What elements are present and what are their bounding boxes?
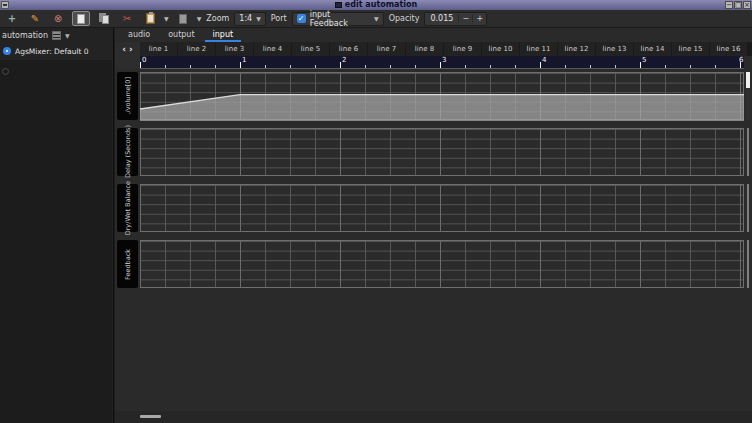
sidebar-empty-area (0, 60, 112, 423)
copy-icon (102, 15, 109, 24)
ruler-number-3: 3 (442, 56, 446, 64)
pencil-icon: ✎ (31, 14, 39, 24)
automation-lane-delay: Delay (Seconds) (117, 128, 750, 176)
scrollbar-thumb[interactable] (747, 128, 749, 176)
tab-output[interactable]: output (160, 28, 202, 42)
line-tab-16[interactable]: line 16 (710, 42, 747, 56)
window-title: edit automation (345, 0, 417, 10)
line-tab-1[interactable]: line 1 (140, 42, 177, 56)
scrollbar-thumb[interactable] (747, 184, 749, 232)
port-value: input Feedback (310, 10, 370, 28)
lane-label-box: Feedback (117, 240, 138, 288)
machine-label: AgsMixer: Default 0 (15, 47, 89, 56)
sidebar: automation ▼ AgsMixer: Default 0 (0, 28, 114, 423)
minimize-button[interactable]: − (725, 1, 733, 9)
lane-label-box: Delay (Seconds) (117, 128, 138, 176)
line-tab-bar: ‹ › line 1 line 2 line 3 line 4 line 5 l… (115, 42, 752, 56)
edit-tool-button[interactable]: ✎ (26, 11, 44, 26)
maximize-button[interactable]: □ (734, 1, 742, 9)
opacity-increment-button[interactable]: + (472, 14, 486, 23)
ruler-number-1: 1 (242, 56, 246, 64)
chevron-down-icon: ▼ (256, 15, 261, 22)
lane-vscrollbar[interactable] (746, 72, 750, 120)
select-tool-button[interactable] (72, 11, 90, 26)
port-combo[interactable]: ✓ input Feedback ▼ (292, 12, 384, 26)
line-tab-6[interactable]: line 6 (330, 42, 367, 56)
ruler-number-5: 5 (642, 56, 646, 64)
zoom-value: 1:4 (239, 14, 252, 23)
line-tab-9[interactable]: line 9 (444, 42, 481, 56)
line-tab-4[interactable]: line 4 (254, 42, 291, 56)
copy-button[interactable] (95, 11, 113, 26)
machine-radio-row[interactable]: AgsMixer: Default 0 (0, 45, 113, 57)
ruler-number-4: 4 (542, 56, 546, 64)
line-tab-8[interactable]: line 8 (406, 42, 443, 56)
automation-label: automation (2, 31, 48, 40)
automation-menu-button[interactable]: automation ▼ (0, 28, 113, 43)
position-tool-button[interactable]: + (3, 11, 21, 26)
chevron-down-icon: ▼ (65, 32, 70, 39)
opacity-label: Opacity (389, 14, 420, 23)
automation-lane-volume: ./volume[0] (117, 72, 750, 120)
scrollbar-thumb[interactable] (746, 72, 750, 88)
lane-label: Feedback (124, 249, 132, 280)
scope-notebook: audio output input (115, 28, 241, 42)
line-tab-13[interactable]: line 13 (596, 42, 633, 56)
line-tab-10[interactable]: line 10 (482, 42, 519, 56)
lane-label: ./volume[0] (124, 77, 132, 115)
zoom-label: Zoom (206, 14, 229, 23)
line-tab-5[interactable]: line 5 (292, 42, 329, 56)
line-prev-button[interactable]: ‹ (122, 43, 126, 55)
opacity-spinbutton[interactable]: 0.015 − + (424, 12, 487, 26)
line-tab-11[interactable]: line 11 (520, 42, 557, 56)
close-button[interactable]: × (743, 1, 751, 9)
line-tab-3[interactable]: line 3 (216, 42, 253, 56)
zoom-combo[interactable]: 1:4 ▼ (234, 12, 266, 26)
line-next-button[interactable]: › (129, 43, 133, 55)
titlebar: edit automation − □ × (0, 0, 752, 10)
radio-unselected-icon[interactable] (2, 68, 9, 75)
automation-grid-drywet[interactable] (140, 184, 744, 232)
lane-label-box: Dry/Wet Balance (117, 184, 138, 232)
lane-vscrollbar[interactable] (746, 128, 750, 176)
scrollbar-thumb[interactable] (140, 415, 161, 418)
automation-lane-feedback: Feedback (117, 240, 750, 288)
lane-vscrollbar[interactable] (746, 184, 750, 232)
tool-menu-button[interactable] (174, 11, 192, 26)
tab-audio[interactable]: audio (120, 28, 158, 42)
clear-tool-button[interactable]: ⊗ (49, 11, 67, 26)
automation-grid-feedback[interactable] (140, 240, 744, 288)
radio-selected-icon[interactable] (3, 47, 11, 55)
port-label: Port (271, 14, 287, 23)
port-checkbox[interactable]: ✓ (297, 14, 306, 23)
automation-curve (140, 73, 744, 121)
tab-input[interactable]: input (205, 28, 242, 42)
line-nav: ‹ › (115, 42, 140, 56)
edit-automation-window: edit automation − □ × + ✎ ⊗ ✂ ▼ (0, 0, 752, 423)
automation-grid-delay[interactable] (140, 128, 744, 176)
line-tab-7[interactable]: line 7 (368, 42, 405, 56)
lane-label-box: ./volume[0] (117, 72, 138, 120)
paste-button[interactable] (141, 11, 159, 26)
line-tab-15[interactable]: line 15 (672, 42, 709, 56)
opacity-decrement-button[interactable]: − (458, 14, 472, 23)
machine-selector-icon (52, 31, 61, 40)
line-tab-12[interactable]: line 12 (558, 42, 595, 56)
automation-grid-volume[interactable] (140, 72, 744, 120)
line-tab-14[interactable]: line 14 (634, 42, 671, 56)
line-tab-2[interactable]: line 2 (178, 42, 215, 56)
lane-label: Delay (Seconds) (124, 125, 132, 178)
ruler-number-6: 6 (739, 56, 743, 64)
automation-editor: audio output input ‹ › line 1 line 2 lin… (115, 28, 752, 423)
horizontal-scrollbar[interactable] (115, 411, 752, 423)
position-icon: + (8, 14, 16, 24)
lane-vscrollbar[interactable] (746, 240, 750, 288)
paste-menu-arrow-icon[interactable]: ▼ (164, 15, 169, 22)
scrollbar-thumb[interactable] (747, 240, 749, 288)
automation-lane-drywet: Dry/Wet Balance (117, 184, 750, 232)
cut-button[interactable]: ✂ (118, 11, 136, 26)
lane-label: Dry/Wet Balance (124, 181, 132, 235)
clipboard-icon (146, 13, 155, 24)
tool-menu-arrow-icon[interactable]: ▼ (197, 15, 202, 22)
timeline-ruler: 0 1 2 3 4 5 6 (140, 56, 744, 69)
